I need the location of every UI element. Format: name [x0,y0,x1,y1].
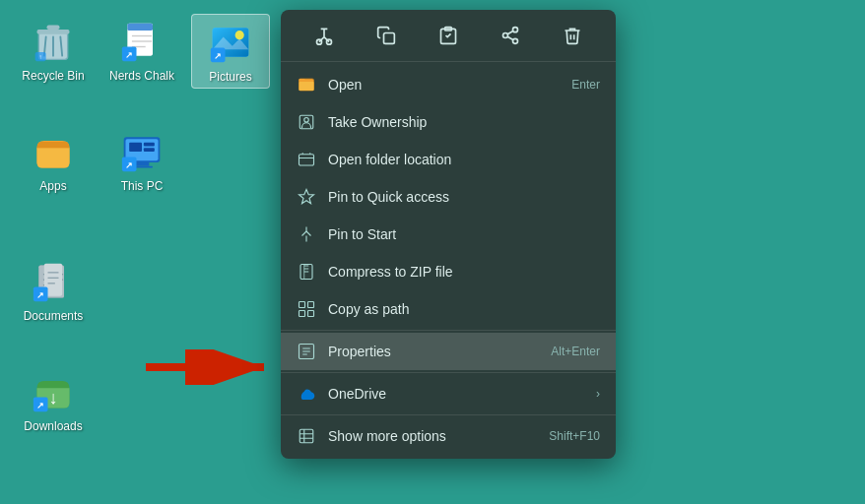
svg-line-69 [306,231,311,236]
svg-rect-25 [129,143,142,152]
svg-rect-78 [299,311,305,317]
svg-point-56 [503,33,508,38]
svg-rect-1 [37,30,70,34]
take-ownership-icon [297,112,316,132]
separator-2 [281,372,616,373]
context-menu: Open Enter Take Ownership [281,10,616,459]
this-pc-image: ↗ [118,128,166,175]
svg-rect-77 [308,302,314,308]
svg-line-59 [507,31,513,33]
show-more-shortcut: Shift+F10 [549,429,600,443]
svg-rect-61 [299,82,314,91]
properties-label: Properties [328,344,551,359]
apps-icon[interactable]: Apps [14,124,93,197]
svg-text:↗: ↗ [36,401,44,410]
open-folder-icon [297,150,316,169]
svg-text:↗: ↗ [125,160,133,170]
downloads-label: Downloads [24,419,82,433]
show-more-label: Show more options [328,428,549,444]
svg-line-68 [302,231,307,236]
svg-point-55 [513,28,518,32]
svg-text:↗: ↗ [36,290,44,300]
open-folder-label: Open folder location [328,152,600,167]
this-pc-label: This PC [121,179,164,193]
svg-marker-66 [299,190,314,204]
menu-item-compress-zip[interactable]: Compress to ZIP file [281,253,616,290]
pin-quick-icon [297,187,316,207]
copy-button[interactable] [368,18,404,53]
menu-item-onedrive[interactable]: OneDrive › [281,375,616,412]
arrow-indicator [146,349,284,385]
pin-start-icon [297,224,316,244]
cut-button[interactable] [306,18,342,53]
downloads-icon[interactable]: ↓ ↗ Downloads [14,364,93,437]
share-button[interactable] [493,18,528,53]
copy-path-icon [297,299,316,319]
apps-label: Apps [39,179,66,193]
downloads-image: ↓ ↗ [30,368,77,415]
open-shortcut: Enter [571,78,600,92]
separator-1 [281,330,616,331]
nerds-chalk-image: ↗ [118,18,166,65]
documents-label: Documents [24,309,84,323]
svg-rect-84 [299,429,313,443]
recycle-bin-icon[interactable]: ↑ Recycle Bin [14,14,93,87]
recycle-bin-image: ↑ [30,18,77,65]
take-ownership-label: Take Ownership [328,114,600,130]
properties-icon [297,342,316,361]
svg-rect-62 [299,79,305,82]
svg-rect-79 [308,311,314,317]
svg-rect-23 [135,162,150,166]
svg-rect-26 [144,143,155,147]
paste-shortcut-button[interactable] [431,18,466,53]
menu-item-take-ownership[interactable]: Take Ownership [281,103,616,141]
show-more-icon [297,426,316,446]
compress-zip-icon [297,262,316,282]
properties-shortcut: Alt+Enter [551,345,600,358]
menu-item-pin-start[interactable]: Pin to Start [281,216,616,253]
svg-text:↗: ↗ [214,51,222,61]
svg-rect-9 [127,24,153,31]
pin-quick-label: Pin to Quick access [328,189,600,205]
apps-image [30,128,77,175]
svg-text:↗: ↗ [125,50,133,60]
svg-rect-2 [47,26,60,31]
nerds-chalk-icon[interactable]: ↗ Nerds Chalk [102,14,181,87]
documents-icon[interactable]: ↗ Documents [14,254,93,327]
onedrive-label: OneDrive [328,386,596,402]
svg-line-58 [507,36,513,39]
svg-rect-65 [299,155,314,165]
separator-3 [281,414,616,415]
nerds-chalk-label: Nerds Chalk [109,69,174,83]
menu-item-pin-quick[interactable]: Pin to Quick access [281,178,616,216]
svg-point-18 [235,31,244,39]
svg-point-57 [513,38,518,43]
pictures-image: ↗ [207,19,254,66]
pictures-icon[interactable]: ↗ Pictures [191,14,270,89]
onedrive-icon [297,384,316,404]
menu-item-properties[interactable]: Properties Alt+Enter [281,333,616,370]
pictures-label: Pictures [209,70,251,84]
copy-path-label: Copy as path [328,301,600,317]
menu-item-open[interactable]: Open Enter [281,66,616,103]
open-label: Open [328,77,571,93]
svg-rect-76 [299,302,305,308]
menu-item-copy-path[interactable]: Copy as path [281,290,616,328]
svg-text:↓: ↓ [48,387,57,408]
svg-point-64 [304,118,309,123]
delete-button[interactable] [555,18,590,53]
recycle-bin-label: Recycle Bin [22,69,84,83]
documents-image: ↗ [30,258,77,305]
svg-rect-27 [144,148,155,152]
pin-start-label: Pin to Start [328,226,600,242]
open-icon [297,75,316,94]
compress-zip-label: Compress to ZIP file [328,264,600,280]
this-pc-icon[interactable]: ↗ This PC [102,124,181,197]
onedrive-arrow: › [596,387,600,401]
context-toolbar [281,10,616,62]
menu-items: Open Enter Take Ownership [281,62,616,459]
svg-text:↑: ↑ [39,53,42,60]
menu-item-show-more[interactable]: Show more options Shift+F10 [281,417,616,455]
menu-item-open-folder[interactable]: Open folder location [281,141,616,178]
svg-rect-52 [383,33,394,44]
